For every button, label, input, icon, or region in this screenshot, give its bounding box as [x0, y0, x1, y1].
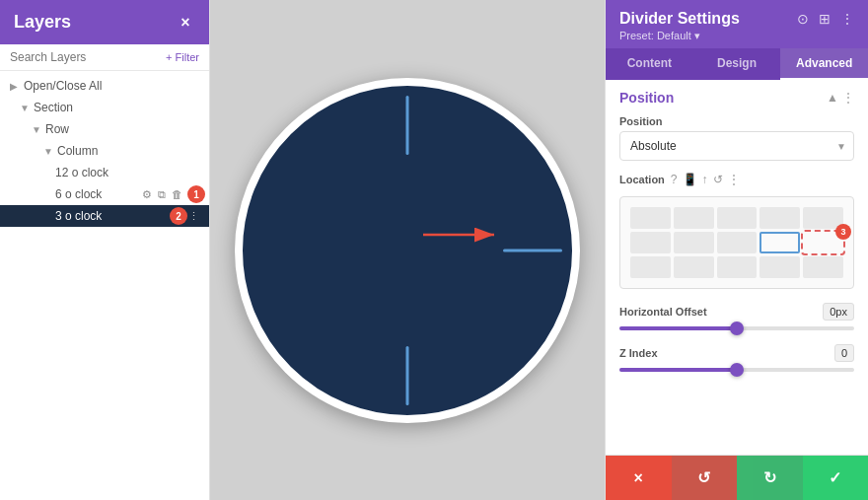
mobile-icon[interactable]: 📱 [683, 173, 697, 186]
filter-button[interactable]: + Filter [166, 51, 199, 63]
grid-cell[interactable] [803, 256, 843, 278]
grid-cell[interactable] [717, 256, 758, 278]
layers-panel: Layers × + Filter ▶ Open/Close All ▼ Sec… [0, 0, 210, 500]
grid-cell[interactable] [760, 256, 800, 278]
z-index-label: Z Index [619, 347, 658, 359]
layout-icon[interactable]: ⊞ [819, 11, 831, 27]
confirm-button[interactable]: ✓ [803, 456, 869, 500]
panel-title-row: Divider Settings ⊙ ⊞ ⋮ [619, 10, 854, 28]
settings-icon[interactable]: ⚙ [142, 188, 152, 201]
layer-label: 6 o clock [55, 187, 142, 201]
more-icon[interactable]: ⋮ [188, 123, 199, 136]
location-icons: ? 📱 ↑ ↺ ⋮ [671, 173, 740, 186]
delete-icon[interactable]: 🗑 [172, 123, 182, 135]
copy-icon[interactable]: ⧉ [158, 123, 166, 136]
reset-icon[interactable]: ↺ [713, 173, 723, 186]
location-more-icon[interactable]: ⋮ [728, 173, 740, 186]
tab-design[interactable]: Design [693, 48, 781, 80]
horizontal-offset-slider[interactable] [619, 326, 854, 330]
delete-icon[interactable]: 🗑 [172, 167, 182, 179]
copy-icon[interactable]: ⧉ [158, 167, 166, 179]
delete-icon[interactable]: 🗑 [172, 102, 182, 113]
slider-thumb[interactable] [730, 363, 744, 377]
section-more-icon[interactable]: ⋮ [842, 91, 854, 105]
more-icon[interactable]: ⋮ [188, 210, 199, 223]
copy-icon[interactable]: ⧉ [158, 188, 166, 201]
help-icon[interactable]: ? [671, 173, 678, 186]
position-select-wrapper: Absolute ▼ [619, 131, 854, 161]
layers-header: Layers × [0, 0, 209, 44]
grid-cell[interactable] [717, 207, 758, 229]
undo-button[interactable]: ↺ [672, 456, 738, 500]
horizontal-offset-value[interactable]: 0px [823, 303, 854, 321]
grid-cell-active[interactable]: 3 [803, 232, 843, 253]
grid-cell[interactable] [630, 207, 671, 229]
layer-6-clock[interactable]: 6 o clock ⚙ ⧉ 🗑 ⋮ 1 [0, 183, 209, 205]
badge-3: 3 [835, 224, 851, 240]
copy-icon[interactable]: ⧉ [158, 145, 166, 158]
tab-advanced[interactable]: Advanced [780, 48, 868, 80]
settings-panel: Divider Settings ⊙ ⊞ ⋮ Preset: Default ▾… [605, 0, 868, 500]
delete-icon[interactable]: 🗑 [172, 188, 182, 200]
grid-cell[interactable] [717, 232, 758, 253]
grid-cell[interactable] [674, 256, 714, 278]
close-icon[interactable]: × [176, 13, 195, 33]
panel-header: Divider Settings ⊙ ⊞ ⋮ Preset: Default ▾ [606, 0, 868, 48]
cursor-icon[interactable]: ↑ [702, 173, 708, 186]
grid-cell[interactable] [630, 256, 671, 278]
layer-icons: ⚙ ⋮ [173, 210, 199, 223]
panel-title: Divider Settings [619, 10, 740, 28]
slider-fill [619, 368, 737, 372]
settings-icon[interactable]: ⚙ [142, 123, 152, 136]
position-title: Position [619, 90, 674, 106]
grid-cell[interactable] [674, 232, 714, 253]
divider-3-clock [503, 249, 562, 251]
more-icon[interactable]: ⋮ [188, 167, 199, 179]
divider-6-clock [406, 346, 409, 405]
target-icon[interactable]: ⊙ [797, 11, 809, 27]
layer-3-clock[interactable]: 3 o clock ⚙ ⋮ 2 [0, 205, 209, 227]
cancel-button[interactable]: × [606, 456, 672, 500]
z-index-label-row: Z Index 0 [619, 344, 854, 362]
more-icon[interactable]: ⋮ [188, 102, 199, 114]
toggle-icon: ▼ [43, 146, 55, 157]
grid-cell[interactable] [760, 207, 800, 229]
z-index-row: Z Index 0 [619, 344, 854, 372]
grid-cell[interactable] [630, 232, 671, 253]
divider-12-clock [406, 96, 409, 155]
slider-thumb[interactable] [730, 321, 744, 335]
slider-label-row: Horizontal Offset 0px [619, 303, 854, 321]
search-input[interactable] [10, 50, 162, 64]
layer-section[interactable]: ▼ Section ⚙ ⧉ 🗑 ⋮ [0, 97, 209, 118]
more-icon[interactable]: ⋮ [188, 188, 199, 201]
z-index-value[interactable]: 0 [834, 344, 854, 362]
more-options-icon[interactable]: ⋮ [840, 11, 854, 27]
layer-12-clock[interactable]: 12 o clock ⚙ ⧉ 🗑 ⋮ [0, 162, 209, 183]
layer-row[interactable]: ▼ Row ⚙ ⧉ 🗑 ⋮ [0, 118, 209, 140]
open-close-all[interactable]: ▶ Open/Close All [0, 75, 209, 97]
clock-circle [235, 78, 580, 423]
layer-label: Row [45, 122, 142, 136]
copy-icon[interactable]: ⧉ [158, 102, 166, 114]
layer-label: 12 o clock [55, 166, 142, 179]
layer-label: Column [57, 144, 142, 158]
position-select[interactable]: Absolute [619, 131, 854, 161]
slider-fill [619, 326, 737, 330]
layers-tree: ▶ Open/Close All ▼ Section ⚙ ⧉ 🗑 ⋮ ▼ Row… [0, 71, 209, 500]
layer-column[interactable]: ▼ Column ⚙ ⧉ 🗑 ⋮ [0, 140, 209, 162]
tab-content[interactable]: Content [606, 48, 693, 80]
settings-icon[interactable]: ⚙ [142, 145, 152, 158]
settings-icon[interactable]: ⚙ [142, 167, 152, 179]
more-icon[interactable]: ⋮ [188, 145, 199, 158]
settings-icon[interactable]: ⚙ [142, 102, 152, 114]
layer-icons: ⚙ ⧉ 🗑 ⋮ [142, 188, 199, 201]
redo-button[interactable]: ↻ [737, 456, 803, 500]
z-index-slider[interactable] [619, 368, 854, 372]
grid-cell[interactable] [674, 207, 714, 229]
settings-icon[interactable]: ⚙ [173, 210, 182, 223]
collapse-icon[interactable]: ▲ [827, 91, 838, 105]
preset-label[interactable]: Preset: Default ▾ [619, 30, 854, 42]
location-label: Location [619, 174, 665, 185]
grid-cell-selected[interactable] [760, 232, 800, 253]
delete-icon[interactable]: 🗑 [172, 145, 182, 157]
